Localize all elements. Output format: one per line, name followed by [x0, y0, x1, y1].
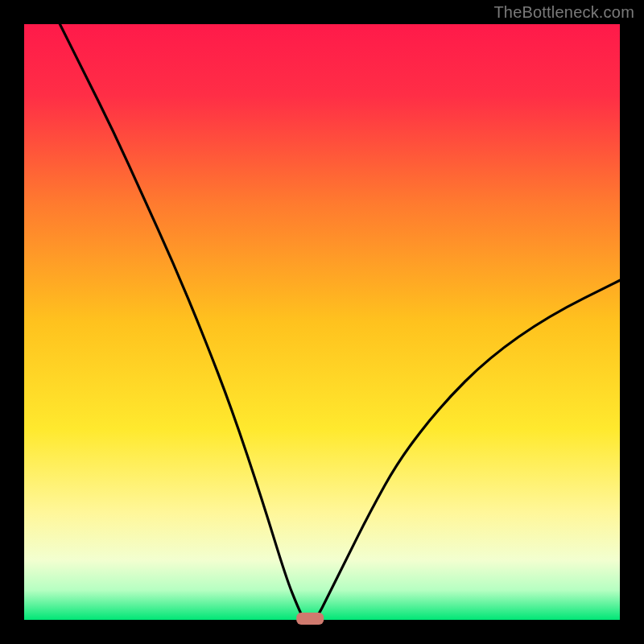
chart-container: TheBottleneck.com — [0, 0, 644, 644]
watermark-text: TheBottleneck.com — [493, 3, 634, 22]
plot-area — [24, 24, 620, 620]
chart-svg — [0, 0, 644, 644]
min-marker — [296, 613, 324, 625]
